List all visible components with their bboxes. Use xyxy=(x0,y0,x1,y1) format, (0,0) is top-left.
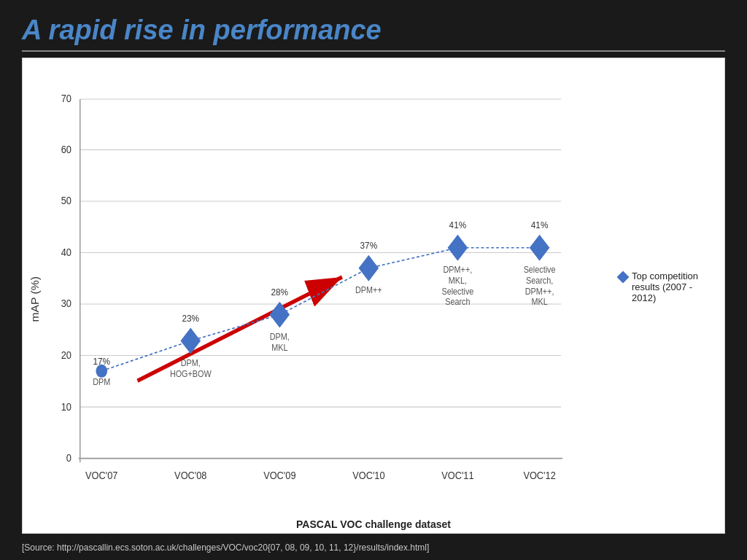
source-text: [Source: http://pascallin.ecs.soton.ac.u… xyxy=(22,542,725,553)
chart-x-label: PASCAL VOC challenge dataset xyxy=(23,516,724,533)
svg-text:VOC'07: VOC'07 xyxy=(85,470,117,481)
svg-text:41%: 41% xyxy=(449,219,467,230)
svg-text:Search: Search xyxy=(445,298,470,307)
svg-text:37%: 37% xyxy=(360,240,378,251)
chart-inner: mAP (%) xyxy=(23,58,724,516)
svg-text:60: 60 xyxy=(61,144,72,155)
chart-plot: mAP (%) xyxy=(23,58,611,516)
svg-text:Selective: Selective xyxy=(441,287,473,296)
svg-rect-0 xyxy=(23,58,611,516)
svg-text:DPM++: DPM++ xyxy=(355,286,382,295)
svg-text:mAP (%): mAP (%) xyxy=(30,276,41,322)
chart-container: mAP (%) xyxy=(22,58,725,534)
svg-text:DPM++,: DPM++, xyxy=(525,287,554,296)
svg-text:70: 70 xyxy=(61,93,72,105)
svg-text:HOG+BOW: HOG+BOW xyxy=(170,369,212,378)
title-area: A rapid rise in performance xyxy=(22,15,725,52)
svg-text:VOC'12: VOC'12 xyxy=(523,470,555,481)
chart-legend: Top competition results (2007 - 2012) xyxy=(611,58,724,516)
svg-text:23%: 23% xyxy=(182,313,199,324)
svg-text:MKL: MKL xyxy=(271,343,288,352)
svg-text:DPM,: DPM, xyxy=(270,332,290,342)
svg-text:DPM++,: DPM++, xyxy=(444,265,473,275)
slide-title: A rapid rise in performance xyxy=(22,15,725,52)
svg-text:0: 0 xyxy=(66,452,71,464)
svg-text:28%: 28% xyxy=(271,287,289,298)
svg-text:50: 50 xyxy=(61,195,72,207)
legend-diamond-icon xyxy=(617,271,630,284)
svg-text:VOC'08: VOC'08 xyxy=(174,470,207,481)
svg-text:Search,: Search, xyxy=(526,276,553,285)
svg-text:VOC'09: VOC'09 xyxy=(263,470,295,481)
slide: A rapid rise in performance mAP (%) xyxy=(0,0,747,560)
svg-text:30: 30 xyxy=(61,298,72,310)
svg-text:MKL: MKL xyxy=(531,298,548,307)
svg-text:DPM,: DPM, xyxy=(181,358,201,368)
chart-svg: mAP (%) xyxy=(23,58,611,516)
svg-text:VOC'11: VOC'11 xyxy=(441,470,473,481)
svg-text:VOC'10: VOC'10 xyxy=(352,470,385,481)
svg-text:10: 10 xyxy=(61,401,72,413)
svg-text:MKL,: MKL, xyxy=(449,276,467,285)
svg-text:17%: 17% xyxy=(93,356,110,367)
svg-text:41%: 41% xyxy=(531,219,549,230)
legend-item-top: Top competition results (2007 - 2012) xyxy=(619,271,717,303)
legend-label: Top competition results (2007 - 2012) xyxy=(632,271,717,303)
svg-text:Selective: Selective xyxy=(524,265,556,275)
svg-text:DPM: DPM xyxy=(93,377,110,386)
svg-text:20: 20 xyxy=(61,349,72,361)
svg-text:40: 40 xyxy=(61,246,72,258)
